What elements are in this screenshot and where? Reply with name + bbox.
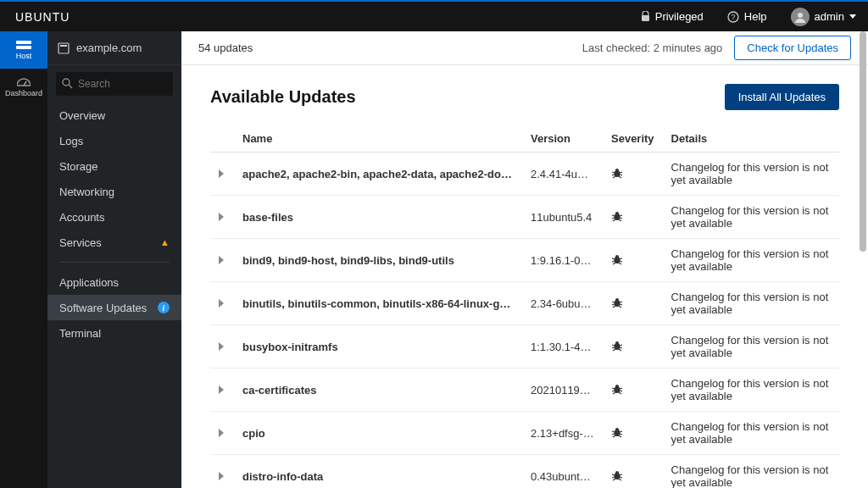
- svg-line-33: [613, 263, 615, 264]
- svg-line-42: [619, 306, 621, 308]
- table-row: distro-info-data0.43ubuntu1.9Changelog f…: [210, 455, 839, 489]
- main-panel: 54 updates Last checked: 2 minutes ago C…: [181, 31, 868, 488]
- col-version: Version: [522, 125, 603, 152]
- lock-icon: [641, 11, 650, 22]
- row-version: 2.13+dfsg-2ubun...: [522, 412, 603, 455]
- expand-toggle[interactable]: [210, 369, 234, 412]
- nav-separator: [59, 262, 170, 263]
- svg-line-31: [612, 261, 615, 262]
- svg-line-49: [613, 349, 615, 351]
- svg-line-41: [613, 306, 615, 308]
- svg-point-9: [63, 79, 70, 86]
- expand-toggle[interactable]: [210, 282, 234, 325]
- svg-line-30: [620, 258, 622, 259]
- svg-line-39: [612, 304, 615, 305]
- expand-toggle[interactable]: [210, 455, 234, 489]
- svg-line-73: [613, 479, 615, 480]
- nav-networking[interactable]: Networking: [47, 179, 181, 204]
- svg-line-62: [620, 431, 622, 432]
- server-icon: [16, 40, 31, 50]
- svg-line-72: [620, 477, 622, 478]
- row-severity: [603, 152, 663, 196]
- help-button[interactable]: ? Help: [715, 2, 779, 31]
- row-name: busybox-initramfs: [234, 325, 522, 369]
- nav-software-updates[interactable]: Software Updatesi: [47, 295, 181, 320]
- tachometer-icon: [16, 77, 31, 87]
- host-selector[interactable]: example.com: [47, 31, 181, 65]
- host-name: example.com: [76, 42, 142, 54]
- rail-host[interactable]: Host: [0, 31, 47, 69]
- col-details: Details: [663, 125, 839, 152]
- table-row: busybox-initramfs1:1.30.1-4ubuntu...Chan…: [210, 325, 839, 369]
- row-name: base-files: [234, 196, 522, 239]
- update-count: 54 updates: [198, 42, 253, 54]
- svg-line-48: [620, 347, 622, 348]
- expand-toggle[interactable]: [210, 412, 234, 455]
- nav-accounts[interactable]: Accounts: [47, 204, 181, 230]
- svg-line-63: [612, 434, 615, 435]
- svg-line-23: [612, 218, 615, 219]
- expand-toggle[interactable]: [210, 325, 234, 369]
- table-row: bind9, bind9-host, bind9-libs, bind9-uti…: [210, 239, 839, 282]
- bug-icon: [611, 340, 623, 352]
- row-name: apache2, apache2-bin, apache2-data, apac…: [234, 152, 522, 196]
- bug-icon: [611, 297, 623, 308]
- svg-line-18: [619, 176, 621, 178]
- svg-line-55: [612, 391, 615, 391]
- svg-line-15: [612, 175, 615, 175]
- svg-point-3: [798, 13, 803, 18]
- expand-toggle[interactable]: [210, 239, 234, 282]
- nav-terminal[interactable]: Terminal: [47, 320, 181, 346]
- row-version: 11ubuntu5.4: [522, 196, 603, 239]
- row-version: 2.4.41-4ubuntu3...: [522, 152, 603, 196]
- svg-line-46: [620, 345, 622, 346]
- nav-applications[interactable]: Applications: [47, 269, 181, 295]
- svg-line-57: [613, 392, 615, 394]
- svg-point-44: [615, 341, 619, 345]
- brand: UBUNTU: [0, 10, 85, 24]
- svg-point-36: [615, 298, 619, 302]
- svg-line-17: [613, 176, 615, 178]
- nav-logs[interactable]: Logs: [47, 128, 181, 153]
- row-name: ca-certificates: [234, 369, 522, 412]
- nav-services[interactable]: Services▲: [47, 230, 181, 255]
- table-row: base-files11ubuntu5.4Changelog for this …: [210, 196, 839, 239]
- svg-line-71: [612, 477, 615, 478]
- row-severity: [603, 369, 663, 412]
- svg-line-16: [620, 175, 622, 175]
- nav-storage[interactable]: Storage: [47, 153, 181, 179]
- expand-toggle[interactable]: [210, 152, 234, 196]
- search-input[interactable]: [56, 72, 173, 96]
- expand-toggle[interactable]: [210, 196, 234, 239]
- toolbar: 54 updates Last checked: 2 minutes ago C…: [181, 31, 868, 65]
- svg-line-69: [612, 474, 615, 475]
- rail-dashboard-label: Dashboard: [5, 89, 42, 97]
- svg-point-60: [615, 428, 619, 431]
- svg-point-28: [615, 255, 619, 258]
- svg-point-68: [615, 471, 619, 474]
- check-updates-button[interactable]: Check for Updates: [734, 36, 851, 60]
- svg-rect-4: [16, 41, 31, 44]
- row-details: Changelog for this version is not yet av…: [663, 325, 839, 369]
- svg-rect-8: [60, 45, 67, 47]
- svg-line-37: [612, 302, 615, 302]
- user-menu[interactable]: admin: [779, 2, 868, 31]
- help-icon: ?: [727, 11, 739, 23]
- sidebar: example.com Overview Logs Storage Networ…: [47, 31, 181, 488]
- install-all-button[interactable]: Install All Updates: [725, 84, 839, 110]
- row-name: binutils, binutils-common, binutils-x86-…: [234, 282, 522, 325]
- svg-rect-0: [642, 15, 649, 21]
- table-row: apache2, apache2-bin, apache2-data, apac…: [210, 152, 839, 196]
- svg-line-45: [612, 345, 615, 346]
- privileged-indicator[interactable]: Privileged: [629, 2, 715, 31]
- scrollbar-thumb[interactable]: [860, 31, 866, 252]
- row-version: 1:1.30.1-4ubuntu...: [522, 325, 603, 369]
- row-details: Changelog for this version is not yet av…: [663, 196, 839, 239]
- table-row: cpio2.13+dfsg-2ubun...Changelog for this…: [210, 412, 839, 455]
- updates-table: Name Version Severity Details apache2, a…: [210, 125, 839, 488]
- rail-dashboard[interactable]: Dashboard: [0, 69, 47, 106]
- svg-line-32: [620, 261, 622, 262]
- nav-overview[interactable]: Overview: [47, 103, 181, 128]
- row-version: 0.43ubuntu1.9: [522, 455, 603, 489]
- topbar: UBUNTU Privileged ? Help admin: [0, 0, 868, 31]
